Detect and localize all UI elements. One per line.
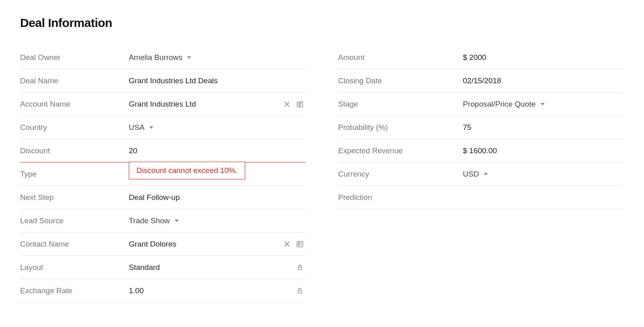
- amount-input[interactable]: [463, 51, 624, 64]
- expected-revenue-row: Expected Revenue: [338, 139, 624, 162]
- contact-name-row: Contact Name: [20, 232, 306, 256]
- account-name-input[interactable]: [129, 97, 283, 111]
- currency-select[interactable]: USD: [463, 170, 488, 179]
- stage-value: Proposal/Price Quote: [463, 100, 536, 109]
- deal-owner-label: Deal Owner: [20, 53, 129, 62]
- stage-select[interactable]: Proposal/Price Quote: [463, 100, 545, 109]
- prediction-label: Prediction: [338, 193, 463, 202]
- svg-point-13: [298, 243, 300, 244]
- layout-row: Layout Standard: [20, 256, 306, 279]
- type-label: Type: [20, 170, 129, 179]
- lock-icon: [296, 287, 303, 294]
- amount-row: Amount: [338, 46, 624, 69]
- stage-row: Stage Proposal/Price Quote: [338, 93, 624, 116]
- clear-icon[interactable]: [283, 241, 291, 248]
- probability-row: Probability (%): [338, 116, 624, 139]
- exchange-rate-row: Exchange Rate 1.00: [20, 279, 306, 302]
- deal-owner-row: Deal Owner Amelia Burrows: [20, 46, 306, 69]
- contact-name-input[interactable]: [129, 237, 283, 251]
- amount-label: Amount: [338, 53, 463, 62]
- country-label: Country: [20, 123, 129, 132]
- exchange-rate-label: Exchange Rate: [20, 286, 129, 295]
- contact-lookup-icon[interactable]: [296, 241, 303, 248]
- next-step-input[interactable]: [129, 191, 306, 204]
- discount-input[interactable]: [129, 144, 306, 158]
- clear-icon[interactable]: [283, 101, 291, 108]
- prediction-input[interactable]: [463, 191, 624, 204]
- lead-source-label: Lead Source: [20, 216, 129, 225]
- deal-name-input[interactable]: [129, 74, 306, 88]
- left-column: Deal Owner Amelia Burrows Deal Name Acco…: [20, 46, 306, 302]
- currency-label: Currency: [338, 170, 463, 179]
- currency-row: Currency USD: [338, 162, 624, 186]
- svg-rect-17: [298, 290, 302, 293]
- country-select[interactable]: USA: [129, 123, 153, 132]
- closing-date-row: Closing Date: [338, 69, 624, 93]
- caret-down-icon: [175, 220, 179, 222]
- caret-down-icon: [484, 173, 488, 175]
- country-row: Country USA: [20, 116, 306, 139]
- discount-error-tooltip: Discount cannot exceed 10%.: [129, 162, 245, 179]
- stage-label: Stage: [338, 100, 463, 109]
- lead-source-row: Lead Source Trade Show: [20, 209, 306, 232]
- form-columns: Deal Owner Amelia Burrows Deal Name Acco…: [20, 46, 624, 302]
- next-step-row: Next Step: [20, 186, 306, 209]
- prediction-row: Prediction: [338, 186, 624, 209]
- next-step-label: Next Step: [20, 193, 129, 202]
- caret-down-icon: [541, 103, 545, 105]
- expected-revenue-label: Expected Revenue: [338, 146, 463, 155]
- exchange-rate-value: 1.00: [129, 284, 144, 298]
- deal-name-label: Deal Name: [20, 76, 129, 85]
- lock-icon: [296, 264, 303, 271]
- deal-name-row: Deal Name: [20, 69, 306, 93]
- lead-source-select[interactable]: Trade Show: [129, 216, 179, 225]
- layout-label: Layout: [20, 263, 129, 272]
- account-name-row: Account Name: [20, 93, 306, 116]
- layout-value: Standard: [129, 261, 160, 274]
- page-title: Deal Information: [20, 16, 624, 30]
- discount-row: Discount Discount cannot exceed 10%.: [20, 139, 306, 162]
- deal-owner-select[interactable]: Amelia Burrows: [129, 53, 191, 62]
- right-column: Amount Closing Date Stage Proposal/Price…: [338, 46, 624, 302]
- closing-date-label: Closing Date: [338, 76, 463, 85]
- building-lookup-icon[interactable]: [296, 101, 303, 108]
- caret-down-icon: [187, 56, 191, 59]
- discount-label: Discount: [20, 146, 129, 155]
- account-name-label: Account Name: [20, 100, 129, 109]
- probability-label: Probability (%): [338, 123, 463, 132]
- closing-date-input[interactable]: [463, 74, 624, 88]
- currency-value: USD: [463, 170, 479, 179]
- country-value: USA: [129, 123, 144, 132]
- svg-rect-16: [298, 267, 302, 269]
- contact-name-label: Contact Name: [20, 240, 129, 249]
- expected-revenue-input[interactable]: [463, 144, 624, 158]
- caret-down-icon: [149, 126, 153, 129]
- deal-owner-value: Amelia Burrows: [129, 53, 182, 62]
- lead-source-value: Trade Show: [129, 216, 170, 225]
- probability-input[interactable]: [463, 121, 624, 134]
